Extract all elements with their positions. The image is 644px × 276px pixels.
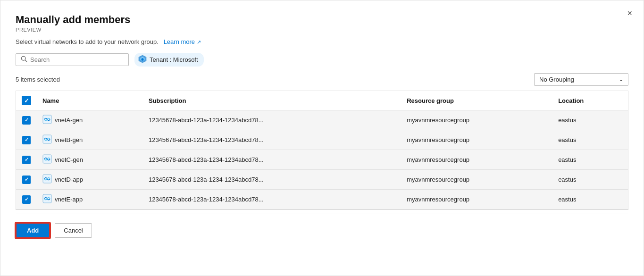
tenant-selector[interactable]: Tenant : Microsoft [134,53,204,67]
dialog-description: Select virtual networks to add to your n… [16,38,628,45]
members-table: Name Subscription Resource group Locatio… [16,91,628,210]
grouping-dropdown[interactable]: No Grouping ⌄ [534,73,628,86]
svg-line-1 [25,60,27,62]
chevron-down-icon: ⌄ [619,76,623,83]
table-row: vnetB-gen 12345678-abcd-123a-1234-1234ab… [16,130,628,150]
status-row: 5 items selected No Grouping ⌄ [16,73,628,86]
row-name: vnetB-gen [37,130,143,150]
row-name: vnetA-gen [37,110,143,130]
table-row: vnetC-gen 12345678-abcd-123a-1234-1234ab… [16,150,628,170]
manually-add-members-dialog: × Manually add members PREVIEW Select vi… [0,0,644,276]
row-resource-group: myavnmresourcegroup [401,110,552,130]
table-row: vnetE-app 12345678-abcd-123a-1234-1234ab… [16,190,628,209]
row-checkbox[interactable] [16,110,37,130]
row-location: eastus [552,130,628,150]
vnet-icon [42,115,52,125]
row-resource-group: myavnmresourcegroup [401,190,552,209]
tenant-icon [138,55,147,65]
dialog-footer: Add Cancel [16,214,628,247]
row-subscription: 12345678-abcd-123a-1234-1234abcd78... [143,110,401,130]
vnet-icon [42,134,52,145]
items-selected-label: 5 items selected [16,76,60,83]
row-checkbox[interactable] [16,190,37,209]
col-header-resource-group: Resource group [401,91,552,110]
learn-more-link[interactable]: Learn more ↗ [162,38,201,45]
row-location: eastus [552,110,628,130]
table-row: vnetA-gen 12345678-abcd-123a-1234-1234ab… [16,110,628,130]
row-resource-group: myavnmresourcegroup [401,130,552,150]
col-header-location: Location [552,91,628,110]
row-checkbox[interactable] [16,170,37,190]
vnet-icon [42,194,52,205]
row-name: vnetD-app [37,170,143,190]
row-name: vnetC-gen [37,150,143,170]
tenant-label: Tenant : Microsoft [150,56,198,63]
dialog-preview-label: PREVIEW [16,27,628,33]
add-button[interactable]: Add [16,223,50,238]
row-subscription: 12345678-abcd-123a-1234-1234abcd78... [143,130,401,150]
row-subscription: 12345678-abcd-123a-1234-1234abcd78... [143,150,401,170]
row-subscription: 12345678-abcd-123a-1234-1234abcd78... [143,190,401,209]
close-button[interactable]: × [627,9,632,17]
row-resource-group: myavnmresourcegroup [401,150,552,170]
table-row: vnetD-app 12345678-abcd-123a-1234-1234ab… [16,170,628,190]
search-input[interactable] [30,56,124,63]
vnet-icon [42,174,52,185]
row-location: eastus [552,150,628,170]
vnet-icon [42,154,52,165]
col-header-subscription: Subscription [143,91,401,110]
external-link-icon: ↗ [197,39,201,45]
row-checkbox[interactable] [16,130,37,150]
toolbar: Tenant : Microsoft [16,53,628,67]
dialog-title: Manually add members [16,14,628,26]
search-icon [21,56,27,64]
col-header-name: Name [37,91,143,110]
table-header-row: Name Subscription Resource group Locatio… [16,91,628,110]
row-resource-group: myavnmresourcegroup [401,170,552,190]
row-subscription: 12345678-abcd-123a-1234-1234abcd78... [143,170,401,190]
row-checkbox[interactable] [16,150,37,170]
row-name: vnetE-app [37,190,143,209]
select-all-checkbox[interactable] [16,91,37,110]
row-location: eastus [552,190,628,209]
search-box[interactable] [16,53,129,66]
grouping-label: No Grouping [539,76,574,83]
row-location: eastus [552,170,628,190]
cancel-button[interactable]: Cancel [55,223,92,238]
